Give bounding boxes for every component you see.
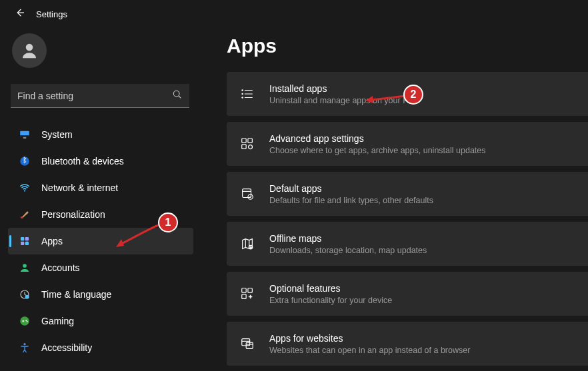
map-icon [239,235,256,252]
card-advanced-app-settings[interactable]: Advanced app settings Choose where to ge… [227,122,588,166]
card-title: Default apps [269,183,433,194]
sidebar-item-system[interactable]: System [8,121,193,148]
card-apps-for-websites[interactable]: Apps for websites Websites that can open… [227,322,588,366]
paintbrush-icon [17,207,32,222]
svg-rect-26 [243,189,251,198]
grid-plus-icon [239,285,256,302]
svg-point-18 [23,343,25,345]
bluetooth-icon [17,154,32,169]
grid-gear-icon [239,135,256,153]
cards-list: Installed apps Uninstall and manage apps… [227,72,588,369]
card-offline-maps[interactable]: Offline maps Downloads, storage location… [227,222,588,266]
sidebar-item-apps[interactable]: Apps [8,228,193,254]
svg-rect-11 [25,242,29,245]
card-installed-apps[interactable]: Installed apps Uninstall and manage apps… [227,72,588,116]
sidebar-item-label: Network & internet [41,183,118,193]
card-title: Advanced app settings [269,133,486,144]
avatar[interactable] [12,33,47,68]
window-title: Settings [36,9,67,19]
card-subtitle: Extra functionality for your device [269,296,392,305]
card-subtitle: Websites that can open in an app instead… [269,346,470,355]
sidebar-item-label: System [41,129,73,140]
sidebar-item-label: Time & language [41,289,111,300]
svg-rect-8 [21,237,24,240]
card-subtitle: Choose where to get apps, archive apps, … [269,146,486,155]
svg-rect-29 [242,288,246,292]
sidebar-item-label: Accounts [41,262,80,273]
app-check-icon [239,185,256,202]
svg-rect-30 [248,288,252,292]
svg-point-12 [23,264,27,268]
svg-point-19 [241,89,243,91]
monitor-icon [17,127,32,142]
svg-point-6 [24,190,25,191]
svg-point-20 [241,93,243,95]
card-title: Installed apps [269,83,415,94]
wifi-icon [17,181,32,195]
svg-rect-4 [23,137,27,139]
svg-rect-24 [242,145,246,149]
titlebar: Settings [0,0,588,28]
clock-icon [17,287,32,302]
card-subtitle: Downloads, storage location, map updates [269,246,427,255]
svg-rect-10 [21,242,24,245]
card-subtitle: Uninstall and manage apps on your PC [269,96,415,105]
svg-point-7 [21,216,23,218]
sidebar-item-gaming[interactable]: Gaming [8,308,193,334]
user-icon [17,260,32,275]
back-button[interactable] [12,7,28,22]
gamepad-icon [17,314,32,328]
svg-point-21 [241,97,243,99]
svg-point-17 [27,321,28,322]
svg-point-0 [26,44,33,51]
sidebar-item-label: Personalization [41,209,105,220]
sidebar-item-network[interactable]: Network & internet [8,175,193,201]
person-icon [19,41,39,61]
sidebar-item-label: Apps [41,236,63,246]
card-title: Offline maps [269,233,427,244]
sidebar-item-label: Accessibility [41,342,92,353]
svg-point-5 [20,157,29,166]
card-default-apps[interactable]: Default apps Defaults for file and link … [227,172,588,216]
sidebar-item-bluetooth[interactable]: Bluetooth & devices [8,148,193,175]
window-icon [239,335,256,352]
svg-point-14 [25,295,29,299]
sidebar-item-accounts[interactable]: Accounts [8,254,193,281]
sidebar-item-label: Bluetooth & devices [41,156,124,167]
search-icon [172,89,183,103]
card-title: Optional features [269,283,392,294]
list-icon [239,85,256,103]
svg-point-1 [173,91,179,97]
svg-point-25 [249,145,253,149]
apps-icon [17,234,32,248]
svg-point-16 [25,320,27,321]
svg-rect-22 [242,139,246,143]
page-title: Apps [227,35,588,57]
card-subtitle: Defaults for file and link types, other … [269,196,433,205]
svg-rect-23 [248,139,252,143]
sidebar-item-time-language[interactable]: Time & language [8,281,193,308]
sidebar-item-label: Gaming [41,316,74,326]
svg-rect-31 [242,294,246,298]
sidebar-item-accessibility[interactable]: Accessibility [8,334,193,361]
card-optional-features[interactable]: Optional features Extra functionality fo… [227,272,588,316]
search-input[interactable] [11,84,189,108]
search-box [11,84,189,108]
card-title: Apps for websites [269,333,470,344]
sidebar-nav: System Bluetooth & devices Network & int… [8,121,193,361]
svg-rect-3 [20,135,29,137]
accessibility-icon [17,340,32,355]
sidebar-item-personalization[interactable]: Personalization [8,201,193,228]
svg-rect-9 [25,237,29,240]
svg-point-15 [20,316,29,326]
